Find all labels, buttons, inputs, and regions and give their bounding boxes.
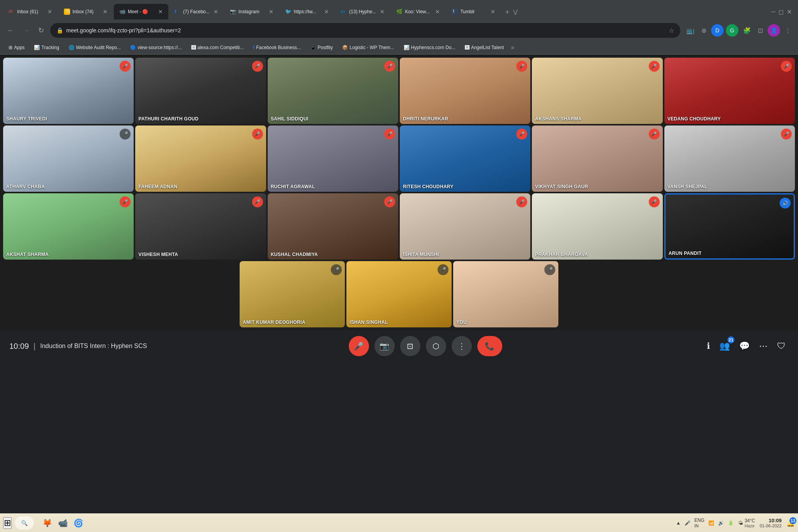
bookmark-hyphenscs[interactable]: 📊 Hyphenscs.com Do... — [400, 43, 459, 52]
reload-button[interactable]: ↻ — [36, 24, 46, 37]
tab-meet[interactable]: 📹 Meet - 🔴 ✕ — [114, 4, 168, 19]
tab-close-linkedin[interactable]: ✕ — [380, 9, 385, 15]
mute-icon-vikhyat: 🎤 — [649, 129, 660, 140]
tab-instagram[interactable]: 📷 Instagram ✕ — [224, 4, 279, 19]
tab-close-tumblr[interactable]: ✕ — [491, 9, 495, 15]
new-tab-button[interactable]: ＋ — [504, 7, 511, 16]
logistic-icon: 📦 — [342, 45, 348, 50]
bookmark-audit[interactable]: 🌐 Website Audit Repo... — [65, 43, 125, 52]
extension-g-icon[interactable]: G — [726, 24, 738, 37]
bookmarks-overflow[interactable]: » — [511, 44, 514, 51]
info-button[interactable]: ℹ — [704, 338, 713, 354]
taskbar-app-chrome[interactable]: 🌀 — [71, 516, 85, 530]
taskbar-app-meet[interactable]: 📹 — [56, 516, 70, 530]
more-button[interactable]: ⋮ — [452, 336, 472, 356]
forward-button[interactable]: → — [20, 24, 32, 37]
tile-ruchit: 🎤 Ruchit Agrawal — [268, 125, 398, 192]
notification-center[interactable]: 🔔 13 — [786, 519, 795, 527]
back-button[interactable]: ← — [5, 24, 16, 37]
tab-overflow-button[interactable]: ⋁ — [513, 9, 517, 15]
name-ishan: ISHAN SINGHAL — [350, 320, 388, 325]
nav-bar: ← → ↻ 🔒 meet.google.com/ifq-zcto-pri?pli… — [0, 20, 798, 41]
captions-button[interactable]: ⊡ — [400, 336, 420, 356]
profile-icon[interactable]: 👤 — [768, 24, 780, 37]
name-sahil: SAHIL SIDDIQUI — [271, 116, 309, 122]
tab-close-koo[interactable]: ✕ — [435, 9, 440, 15]
bookmark-hyphenscs-label: Hyphenscs.com Do... — [411, 45, 455, 50]
bookmark-tracking[interactable]: 📊 Tracking — [30, 43, 63, 52]
tab-tumblr[interactable]: t Tumblr ✕ — [446, 4, 501, 19]
clock-date: 01-06-2022 — [760, 523, 782, 528]
bookmark-viewsource[interactable]: 🔵 view-source:https://... — [126, 43, 185, 52]
tab-title-facebook: (7) Facebo... — [183, 9, 210, 14]
tab-title-gmail: Inbox (61) — [17, 9, 44, 14]
name-ritesh: RITESH CHOUDHARY — [403, 184, 454, 189]
tile-ishita: 🎤 ISHITA MUNSHI — [400, 193, 530, 260]
name-pathuri: PATHURI CHARITH GOUD — [138, 116, 198, 122]
mute-icon-kushal: 🎤 — [384, 196, 395, 207]
people-icon: 👥 — [719, 341, 730, 351]
tab-close-instagram[interactable]: ✕ — [269, 9, 274, 15]
extension-d-icon[interactable]: D — [711, 24, 724, 37]
bookmark-fbusiness[interactable]: f Facebook Business... — [249, 43, 305, 52]
tile-you: 🎤 You — [453, 261, 558, 327]
temperature: 34°C — [745, 518, 755, 523]
name-akshans: AKSHANS SHARMA — [535, 116, 582, 122]
star-icon[interactable]: ☆ — [669, 27, 674, 34]
activities-button[interactable]: ⋯ — [756, 338, 771, 354]
tab-gmail[interactable]: ✉ Inbox (61) ✕ — [3, 4, 58, 19]
tab-favicon-koo: 🌿 — [396, 9, 403, 15]
bookmark-icon[interactable]: ⊕ — [699, 25, 709, 37]
camera-button[interactable]: 📷 — [374, 336, 395, 356]
chat-button[interactable]: 💬 — [736, 338, 753, 354]
split-view-icon[interactable]: ⊡ — [756, 25, 765, 37]
tab-twitter[interactable]: 🐦 https://tw... ✕ — [280, 4, 334, 19]
tab-close-twitter[interactable]: ✕ — [324, 9, 329, 15]
tab-linkedin[interactable]: in (13) Hyphe... ✕ — [335, 4, 390, 19]
tab-facebook[interactable]: f (7) Facebo... ✕ — [169, 4, 224, 19]
tile-sahil: 🎤 SAHIL SIDDIQUI — [268, 58, 398, 124]
tab-close-meet[interactable]: ✕ — [158, 9, 163, 15]
tile-faheem: 🎤 Faheem Adnan — [135, 125, 266, 192]
close-button[interactable]: ✕ — [787, 8, 792, 16]
shield-button[interactable]: 🛡 — [774, 338, 789, 354]
mute-icon-faheem: 🎤 — [252, 129, 263, 140]
name-you: You — [456, 320, 467, 325]
bookmark-alexa[interactable]: 🅰 alexa.com Competiti... — [187, 43, 248, 52]
tab-koo[interactable]: 🌿 Koo: View... ✕ — [391, 4, 445, 19]
screenshare-icon[interactable]: 📺 — [684, 25, 697, 37]
tab-close-facebook[interactable]: ✕ — [214, 9, 218, 15]
name-ruchit: Ruchit Agrawal — [271, 184, 315, 189]
taskbar-clock[interactable]: 10:09 01-06-2022 — [760, 518, 782, 528]
tab-close-gmail[interactable]: ✕ — [48, 9, 52, 15]
tab-inbox2[interactable]: 70 Inbox (74) ✕ — [58, 4, 113, 19]
bookmark-viewsource-label: view-source:https://... — [138, 45, 182, 50]
bookmark-postfity[interactable]: 📱 Postfity — [306, 43, 337, 52]
apps-icon: ⊞ — [9, 45, 12, 50]
end-call-button[interactable]: 📞 — [477, 336, 502, 356]
tab-bar: ✉ Inbox (61) ✕ 70 Inbox (74) ✕ 📹 Meet - … — [0, 0, 798, 20]
bookmark-alexa-label: alexa.com Competiti... — [198, 45, 244, 50]
start-button[interactable]: ⊞ — [3, 517, 12, 529]
camera-icon: 📷 — [380, 341, 389, 351]
mute-button[interactable]: 🎤 — [349, 336, 369, 356]
meet-controls-bar: 10:09 | Induction of BITS Intern : Hyphe… — [0, 331, 798, 362]
bookmark-logistic-label: Logistic - WP Them... — [350, 45, 394, 50]
tile-atharv: 🎤 ATHARV CHABA — [3, 125, 134, 192]
extension-puzzle-icon[interactable]: 🧩 — [741, 25, 753, 37]
bookmark-apps[interactable]: ⊞ Apps — [5, 43, 28, 52]
bookmark-logistic[interactable]: 📦 Logistic - WP Them... — [338, 43, 398, 52]
battery-icon: 🔋 — [728, 520, 734, 526]
bookmark-angellist[interactable]: 🅰 AngelList Talent — [461, 43, 508, 52]
menu-button[interactable]: ⋮ — [782, 25, 793, 37]
tray-arrow-icon[interactable]: ▲ — [676, 520, 681, 526]
video-grid-row3: 🎤 AKSHAT SHARMA 🎤 VISHESH MEHTA 🎤 Kushal… — [0, 193, 798, 260]
minimize-button[interactable]: ─ — [771, 8, 775, 15]
taskbar-app-firefox[interactable]: 🦊 — [40, 516, 54, 530]
restore-button[interactable]: ◻ — [779, 8, 784, 16]
controls-center: 🎤 📷 ⊡ ⬡ ⋮ 📞 — [349, 336, 502, 356]
search-bar[interactable]: 🔍 — [15, 516, 34, 530]
tab-close-inbox2[interactable]: ✕ — [103, 9, 108, 15]
url-bar[interactable]: 🔒 meet.google.com/ifq-zcto-pri?pli=1&aut… — [50, 23, 680, 38]
present-button[interactable]: ⬡ — [426, 336, 446, 356]
